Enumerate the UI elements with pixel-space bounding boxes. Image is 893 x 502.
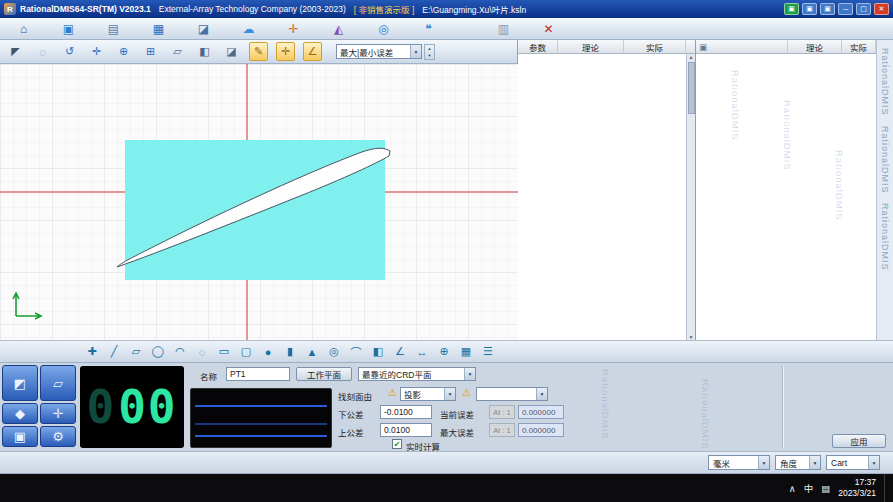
section-view-icon[interactable]: ◪: [222, 42, 241, 61]
distance-tool-icon[interactable]: ↔: [412, 342, 432, 361]
file-path: E:\Guangming.Xu\叶片.ksln: [422, 3, 526, 15]
main-area: ◤◌↺✛⊕⊞▱◧◪✎✛∠ 最大|最小误差▼ ▲▼: [0, 40, 893, 340]
document-icon[interactable]: ▤: [104, 19, 123, 38]
select-arrow-icon[interactable]: ◤: [6, 42, 25, 61]
circle-tool-icon[interactable]: ◯: [148, 342, 168, 361]
target-icon[interactable]: ◎: [374, 19, 393, 38]
scroll-down-icon[interactable]: ▼: [689, 334, 694, 340]
close-button[interactable]: ✕: [874, 3, 889, 15]
side-button-panel: ◩▱◆✛▣⚙: [2, 365, 76, 449]
col-theoretical[interactable]: 理论: [558, 40, 624, 53]
upper-tolerance-label: 上公差: [338, 426, 364, 438]
chevron-down-icon[interactable]: ▼: [868, 456, 879, 469]
chevron-down-icon[interactable]: ▼: [536, 388, 547, 400]
close-doc-icon[interactable]: ✕: [539, 19, 558, 38]
error-spinner[interactable]: ▲▼: [424, 44, 435, 60]
col-actual[interactable]: 实际: [624, 40, 686, 53]
line-tool-icon[interactable]: ╱: [104, 342, 124, 361]
workplane-button[interactable]: 工作平面: [296, 367, 352, 381]
tree-col-theoretical[interactable]: 理论: [788, 40, 842, 53]
tray-expand-icon[interactable]: ∧: [789, 483, 796, 494]
cloud-icon[interactable]: ☁: [239, 19, 258, 38]
angle-dropdown[interactable]: 角度▼: [775, 455, 821, 470]
spin-up-icon[interactable]: ▲: [425, 45, 434, 52]
realtime-checkbox[interactable]: ✔: [392, 439, 402, 449]
chevron-down-icon[interactable]: ▼: [444, 388, 455, 400]
scrollbar-thumb[interactable]: [688, 62, 695, 114]
scan-tool-icon[interactable]: ☰: [478, 342, 498, 361]
panel-a-button[interactable]: ▣: [802, 3, 817, 15]
aux-dropdown[interactable]: ▼: [476, 387, 548, 401]
tree-col-actual[interactable]: 实际: [842, 40, 876, 53]
pattern-tool-icon[interactable]: ▦: [456, 342, 476, 361]
torus-tool-icon[interactable]: ◎: [324, 342, 344, 361]
box-select-icon[interactable]: ◌: [33, 42, 52, 61]
probe-manager-button[interactable]: ✛: [40, 403, 76, 424]
chevron-down-icon[interactable]: ▼: [464, 368, 475, 380]
machine-panel-button[interactable]: ▣: [2, 426, 38, 447]
upper-tolerance-input[interactable]: 0.0100: [380, 423, 432, 437]
ime-indicator[interactable]: 中: [804, 481, 814, 495]
lower-tolerance-input[interactable]: -0.0100: [380, 405, 432, 419]
spin-down-icon[interactable]: ▼: [425, 52, 434, 59]
settings-panel-button[interactable]: ⚙: [40, 426, 76, 447]
feature-name-input[interactable]: PT1: [226, 367, 290, 381]
point-tool-icon[interactable]: ✚: [82, 342, 102, 361]
coordinate-dropdown[interactable]: Cart▼: [826, 455, 880, 470]
angle-tool-icon[interactable]: ∠: [390, 342, 410, 361]
chevron-down-icon[interactable]: ▼: [758, 456, 769, 469]
show-desktop-strip[interactable]: [884, 474, 889, 502]
data-grid-icon[interactable]: ▦: [149, 19, 168, 38]
minimize-button[interactable]: ─: [838, 3, 853, 15]
sphere-tool-icon[interactable]: ●: [258, 342, 278, 361]
deviation-mode-icon[interactable]: ∠: [303, 42, 322, 61]
crd-plane-dropdown[interactable]: 最靠近的CRD平面▼: [358, 367, 476, 381]
cylinder-tool-icon[interactable]: ▮: [280, 342, 300, 361]
led-value: 00: [118, 380, 177, 434]
rotate-view-icon[interactable]: ↺: [60, 42, 79, 61]
probe-icon[interactable]: ✛: [284, 19, 303, 38]
scroll-up-icon[interactable]: ▲: [689, 54, 694, 60]
analysis-icon[interactable]: ◭: [329, 19, 348, 38]
pan-view-icon[interactable]: ✛: [87, 42, 106, 61]
rectangle-tool-icon[interactable]: ▢: [236, 342, 256, 361]
model-manager-button[interactable]: ◆: [2, 403, 38, 424]
surface-tool-icon[interactable]: ◧: [368, 342, 388, 361]
report-icon[interactable]: ◪: [194, 19, 213, 38]
wireframe-icon[interactable]: ▱: [168, 42, 187, 61]
slot-tool-icon[interactable]: ▭: [214, 342, 234, 361]
plane-tool-icon[interactable]: ▱: [126, 342, 146, 361]
apply-button[interactable]: 应用: [832, 434, 886, 448]
viewport-canvas[interactable]: [0, 64, 518, 340]
unit-dropdown[interactable]: 毫米▼: [708, 455, 770, 470]
error-mode-dropdown[interactable]: 最大|最小误差▼: [336, 44, 422, 59]
remote-button[interactable]: ▣: [784, 3, 799, 15]
zoom-view-icon[interactable]: ⊕: [114, 42, 133, 61]
home-icon[interactable]: ⌂: [14, 19, 33, 38]
cone-tool-icon[interactable]: ▲: [302, 342, 322, 361]
fit-view-icon[interactable]: ⊞: [141, 42, 160, 61]
view-orient-button[interactable]: ◩: [2, 365, 38, 401]
workplane-view-button[interactable]: ▱: [40, 365, 76, 401]
machine-view-icon[interactable]: ▣: [59, 19, 78, 38]
chevron-down-icon[interactable]: ▼: [809, 456, 820, 469]
curve-tool-icon[interactable]: ⌒: [346, 342, 366, 361]
current-at-field: At : 1: [489, 405, 515, 419]
comment-icon[interactable]: ❝: [419, 19, 438, 38]
projection-dropdown[interactable]: 投影▼: [400, 387, 456, 401]
ellipse-tool-icon[interactable]: ◌: [192, 342, 212, 361]
model-viewport[interactable]: [0, 64, 517, 340]
tray-network-icon[interactable]: ▤: [821, 483, 830, 494]
arc-tool-icon[interactable]: ◠: [170, 342, 190, 361]
maximize-button[interactable]: ▢: [856, 3, 871, 15]
probe-mode-icon[interactable]: ✛: [276, 42, 295, 61]
layout-icon[interactable]: ▥: [494, 19, 513, 38]
panel-b-button[interactable]: ▣: [820, 3, 835, 15]
table-scrollbar[interactable]: ▲ ▼: [686, 54, 695, 340]
shaded-view-icon[interactable]: ◧: [195, 42, 214, 61]
col-param[interactable]: 参数: [518, 40, 558, 53]
chevron-down-icon[interactable]: ▼: [410, 45, 421, 58]
coordinate-tool-icon[interactable]: ⊕: [434, 342, 454, 361]
clock[interactable]: 17:37 2023/3/21: [838, 477, 876, 498]
annotate-tool-icon[interactable]: ✎: [249, 42, 268, 61]
